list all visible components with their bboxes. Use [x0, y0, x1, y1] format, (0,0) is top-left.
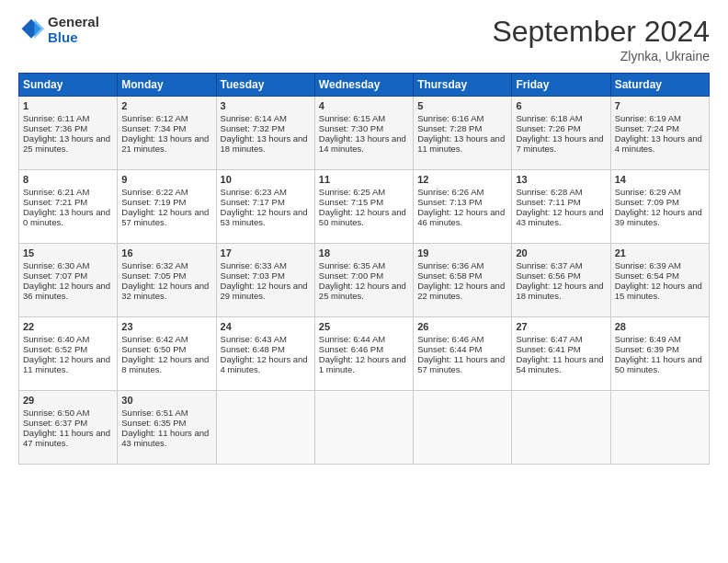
calendar-cell: 14Sunrise: 6:29 AMSunset: 7:09 PMDayligh…: [610, 170, 709, 244]
calendar-cell: 29Sunrise: 6:50 AMSunset: 6:37 PMDayligh…: [19, 391, 118, 465]
calendar-week-2: 8Sunrise: 6:21 AMSunset: 7:21 PMDaylight…: [19, 170, 710, 244]
header-thursday: Thursday: [414, 74, 512, 97]
calendar-cell: 3Sunrise: 6:14 AMSunset: 7:32 PMDaylight…: [216, 97, 314, 170]
logo-blue-text: Blue: [48, 30, 99, 46]
sunrise-text: Sunrise: 6:23 AM: [221, 187, 287, 197]
sunset-text: Sunset: 7:34 PM: [121, 123, 186, 133]
day-number: 2: [121, 100, 211, 111]
sunrise-text: Sunrise: 6:49 AM: [615, 334, 681, 344]
sunrise-text: Sunrise: 6:40 AM: [23, 334, 89, 344]
svg-marker-1: [35, 18, 45, 38]
day-number: 5: [417, 100, 507, 111]
calendar-week-5: 29Sunrise: 6:50 AMSunset: 6:37 PMDayligh…: [19, 391, 710, 465]
sunrise-text: Sunrise: 6:43 AM: [221, 334, 287, 344]
sunset-text: Sunset: 7:11 PM: [516, 197, 580, 207]
sunrise-text: Sunrise: 6:30 AM: [23, 260, 89, 270]
sunset-text: Sunset: 6:56 PM: [516, 270, 580, 281]
daylight-text: Daylight: 13 hours and 11 minutes.: [417, 133, 505, 154]
daylight-text: Daylight: 12 hours and 15 minutes.: [615, 281, 702, 301]
day-number: 8: [23, 174, 113, 185]
day-number: 18: [319, 247, 409, 259]
sunset-text: Sunset: 7:13 PM: [417, 197, 482, 207]
sunset-text: Sunset: 7:03 PM: [221, 270, 285, 281]
sunset-text: Sunset: 6:50 PM: [121, 344, 186, 354]
calendar-cell: 11Sunrise: 6:25 AMSunset: 7:15 PMDayligh…: [314, 170, 413, 244]
daylight-text: Daylight: 13 hours and 21 minutes.: [121, 133, 209, 154]
calendar-cell: [610, 391, 709, 465]
calendar-cell: 18Sunrise: 6:35 AMSunset: 7:00 PMDayligh…: [314, 244, 413, 317]
calendar-cell: [512, 391, 610, 465]
day-number: 30: [121, 395, 211, 406]
sunset-text: Sunset: 7:32 PM: [221, 123, 285, 133]
calendar-cell: 28Sunrise: 6:49 AMSunset: 6:39 PMDayligh…: [610, 317, 709, 391]
calendar-cell: [414, 391, 512, 465]
day-number: 23: [121, 321, 211, 332]
sunrise-text: Sunrise: 6:12 AM: [121, 113, 188, 123]
sunrise-text: Sunrise: 6:19 AM: [615, 113, 681, 123]
day-number: 13: [516, 174, 606, 185]
daylight-text: Daylight: 13 hours and 25 minutes.: [23, 133, 110, 154]
daylight-text: Daylight: 13 hours and 7 minutes.: [516, 133, 603, 154]
day-number: 17: [221, 247, 311, 259]
calendar-week-4: 22Sunrise: 6:40 AMSunset: 6:52 PMDayligh…: [19, 317, 710, 391]
header: General Blue September 2024 Zlynka, Ukra…: [18, 15, 710, 63]
day-number: 12: [417, 174, 507, 185]
page: General Blue September 2024 Zlynka, Ukra…: [0, 0, 728, 563]
calendar-cell: 5Sunrise: 6:16 AMSunset: 7:28 PMDaylight…: [414, 97, 512, 170]
sunrise-text: Sunrise: 6:35 AM: [319, 260, 385, 270]
sunrise-text: Sunrise: 6:25 AM: [319, 187, 385, 197]
header-sunday: Sunday: [19, 74, 118, 97]
calendar-cell: 2Sunrise: 6:12 AMSunset: 7:34 PMDaylight…: [118, 97, 216, 170]
logo-general-text: General: [48, 15, 99, 30]
sunset-text: Sunset: 6:58 PM: [417, 270, 482, 281]
calendar-cell: 8Sunrise: 6:21 AMSunset: 7:21 PMDaylight…: [19, 170, 118, 244]
calendar-cell: 26Sunrise: 6:46 AMSunset: 6:44 PMDayligh…: [414, 317, 512, 391]
sunrise-text: Sunrise: 6:50 AM: [23, 408, 89, 418]
day-number: 6: [516, 100, 606, 111]
day-number: 9: [121, 174, 211, 185]
daylight-text: Daylight: 12 hours and 1 minute.: [319, 354, 406, 374]
calendar-cell: 10Sunrise: 6:23 AMSunset: 7:17 PMDayligh…: [216, 170, 314, 244]
calendar: Sunday Monday Tuesday Wednesday Thursday…: [18, 73, 710, 465]
sunrise-text: Sunrise: 6:11 AM: [23, 113, 89, 123]
day-number: 19: [417, 247, 507, 259]
sunset-text: Sunset: 6:39 PM: [615, 344, 679, 354]
sunrise-text: Sunrise: 6:26 AM: [417, 187, 483, 197]
calendar-cell: 4Sunrise: 6:15 AMSunset: 7:30 PMDaylight…: [314, 97, 413, 170]
logo: General Blue: [18, 15, 99, 45]
sunrise-text: Sunrise: 6:32 AM: [121, 260, 188, 270]
daylight-text: Daylight: 12 hours and 50 minutes.: [319, 207, 406, 227]
sunrise-text: Sunrise: 6:28 AM: [516, 187, 582, 197]
calendar-cell: 27Sunrise: 6:47 AMSunset: 6:41 PMDayligh…: [512, 317, 610, 391]
sunrise-text: Sunrise: 6:22 AM: [121, 187, 188, 197]
day-number: 24: [221, 321, 311, 332]
sunset-text: Sunset: 6:46 PM: [319, 344, 383, 354]
sunset-text: Sunset: 6:48 PM: [221, 344, 285, 354]
header-saturday: Saturday: [610, 74, 709, 97]
title-area: September 2024 Zlynka, Ukraine: [492, 15, 710, 63]
calendar-cell: 23Sunrise: 6:42 AMSunset: 6:50 PMDayligh…: [118, 317, 216, 391]
day-number: 29: [23, 395, 113, 406]
sunrise-text: Sunrise: 6:44 AM: [319, 334, 385, 344]
calendar-cell: [216, 391, 314, 465]
sunset-text: Sunset: 7:24 PM: [615, 123, 679, 133]
sunrise-text: Sunrise: 6:15 AM: [319, 113, 385, 123]
calendar-cell: 1Sunrise: 6:11 AMSunset: 7:36 PMDaylight…: [19, 97, 118, 170]
calendar-header-row: Sunday Monday Tuesday Wednesday Thursday…: [19, 74, 710, 97]
daylight-text: Daylight: 12 hours and 36 minutes.: [23, 281, 110, 301]
daylight-text: Daylight: 12 hours and 57 minutes.: [121, 207, 209, 227]
daylight-text: Daylight: 12 hours and 25 minutes.: [319, 281, 406, 301]
sunset-text: Sunset: 7:09 PM: [615, 197, 679, 207]
calendar-week-3: 15Sunrise: 6:30 AMSunset: 7:07 PMDayligh…: [19, 244, 710, 317]
calendar-cell: [314, 391, 413, 465]
sunrise-text: Sunrise: 6:46 AM: [417, 334, 483, 344]
day-number: 7: [615, 100, 705, 111]
calendar-cell: 15Sunrise: 6:30 AMSunset: 7:07 PMDayligh…: [19, 244, 118, 317]
sunset-text: Sunset: 6:52 PM: [23, 344, 87, 354]
sunset-text: Sunset: 6:54 PM: [615, 270, 679, 281]
daylight-text: Daylight: 12 hours and 8 minutes.: [121, 354, 209, 374]
sunrise-text: Sunrise: 6:39 AM: [615, 260, 681, 270]
daylight-text: Daylight: 12 hours and 46 minutes.: [417, 207, 505, 227]
daylight-text: Daylight: 12 hours and 18 minutes.: [516, 281, 603, 301]
calendar-cell: 12Sunrise: 6:26 AMSunset: 7:13 PMDayligh…: [414, 170, 512, 244]
